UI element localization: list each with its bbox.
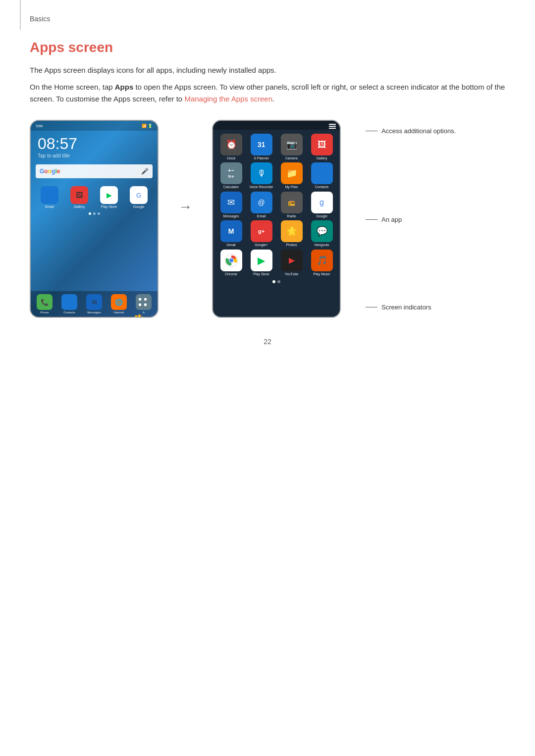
calculator-label: Calculator xyxy=(223,185,239,189)
youtube-label: YouTube xyxy=(285,272,299,276)
apps-icon-dock xyxy=(136,294,152,310)
email-label-home: Email xyxy=(45,205,54,208)
diagram-container: SIM 📶 🔋 08:57 Tap to add title Google 🎤 … xyxy=(30,120,505,318)
home-app-email[interactable]: @ Email xyxy=(36,186,63,208)
app-hangouts[interactable]: 💬 Hangouts xyxy=(308,220,336,247)
home-app-playstore[interactable]: ▶ Play Store xyxy=(95,186,123,208)
internet-icon-dock: 🌐 xyxy=(111,294,127,310)
clock-icon: ⏰ xyxy=(220,134,242,155)
annotation-text-middle: An app xyxy=(381,216,402,223)
my-files-icon: 📁 xyxy=(281,162,303,184)
app-camera[interactable]: 📷 Camera xyxy=(277,134,306,160)
camera-icon: 📷 xyxy=(281,134,303,155)
play-music-icon: 🎵 xyxy=(311,250,333,271)
phone-label-dock: Phone xyxy=(40,311,49,314)
contacts-label-dock: Contacts xyxy=(63,311,75,314)
app-play-store[interactable]: ▶ Play Store xyxy=(247,250,275,276)
voice-recorder-label: Voice Recorder xyxy=(250,185,273,189)
navigation-arrow: → xyxy=(178,199,192,215)
app-calculator[interactable]: +−×÷ Calculator xyxy=(217,162,245,189)
playstore-label-home: Play Store xyxy=(101,205,117,208)
dock-contacts[interactable]: 👤 Contacts xyxy=(57,294,81,314)
messages-icon-dock: ✉ xyxy=(86,294,102,310)
app-radio[interactable]: 📻 Radio xyxy=(277,192,306,218)
apps-dot-1 xyxy=(272,280,275,283)
google-logo: Google xyxy=(40,168,60,175)
page-number: 22 xyxy=(30,338,505,346)
messages-label: Messages xyxy=(223,214,239,218)
menu-bar-3 xyxy=(329,128,336,129)
app-play-music[interactable]: 🎵 Play Music xyxy=(308,250,336,276)
gmail-icon: M xyxy=(220,220,242,242)
camera-label: Camera xyxy=(285,156,298,160)
app-contacts[interactable]: 👤 Contacts xyxy=(308,162,336,189)
app-google[interactable]: g Google xyxy=(308,192,336,218)
phone-icon-dock: 📞 xyxy=(37,294,53,310)
app-youtube[interactable]: ▶ YouTube xyxy=(277,250,306,276)
home-status-bar: SIM 📶 🔋 xyxy=(31,121,158,131)
dot-3 xyxy=(98,212,100,215)
phone-apps-mockup: ⏰ Clock 31 S Planner 📷 Camera 🖼 Gallery xyxy=(212,120,341,318)
my-files-label: My Files xyxy=(285,185,298,189)
messages-label-dock: Messages xyxy=(87,311,101,314)
app-google-plus[interactable]: g+ Google+ xyxy=(247,220,275,247)
gallery-label-home: Gallery xyxy=(74,205,85,208)
page-border xyxy=(20,0,21,30)
app-gmail[interactable]: M Gmail xyxy=(217,220,245,247)
chrome-label: Chrome xyxy=(225,272,237,276)
app-planner[interactable]: 31 S Planner xyxy=(247,134,275,160)
app-gallery[interactable]: 🖼 Gallery xyxy=(308,134,336,160)
app-voice-recorder[interactable]: 🎙 Voice Recorder xyxy=(247,162,275,189)
gallery-icon-home: 🖼 xyxy=(70,186,88,204)
annotation-line-bottom xyxy=(366,307,377,307)
annotation-screen-indicators: Screen indicators xyxy=(366,303,456,311)
apps-menu-icon[interactable] xyxy=(329,124,336,129)
breadcrumb: Basics xyxy=(30,15,50,23)
gallery-label: Gallery xyxy=(316,156,327,160)
section-title: Apps screen xyxy=(30,40,505,55)
apps-status-bar xyxy=(213,121,340,130)
home-dot-indicator xyxy=(31,212,158,215)
voice-recorder-icon: 🎙 xyxy=(251,162,272,184)
google-label: Google xyxy=(316,214,327,218)
email-icon-home: @ xyxy=(41,186,58,204)
app-chrome[interactable]: Chrome xyxy=(217,250,245,276)
photos-icon: 🌟 xyxy=(281,220,303,242)
phone-home-mockup: SIM 📶 🔋 08:57 Tap to add title Google 🎤 … xyxy=(30,120,159,318)
mic-icon: 🎤 xyxy=(141,168,149,175)
annotation-line-top xyxy=(366,131,377,131)
planner-label: S Planner xyxy=(254,156,269,160)
play-store-label: Play Store xyxy=(253,272,269,276)
dock-messages[interactable]: ✉ Messages xyxy=(82,294,106,314)
radio-icon: 📻 xyxy=(281,192,303,213)
google-search-bar[interactable]: Google 🎤 xyxy=(36,164,153,178)
annotation-additional-options: Access additional options. xyxy=(366,127,456,136)
right-arrow-icon: → xyxy=(178,199,192,215)
app-photos[interactable]: 🌟 Photos xyxy=(277,220,306,247)
gallery-icon: 🖼 xyxy=(311,134,333,155)
app-email[interactable]: @ Email xyxy=(247,192,275,218)
app-my-files[interactable]: 📁 My Files xyxy=(277,162,306,189)
apps-dot-2 xyxy=(277,280,280,283)
hangouts-label: Hangouts xyxy=(315,243,329,247)
para2-end: . xyxy=(272,95,274,103)
annotation-text-top: Access additional options. xyxy=(381,127,456,136)
clock-label: Clock xyxy=(227,156,236,160)
dock-apps[interactable]: A xyxy=(132,294,156,314)
hangouts-icon: 💬 xyxy=(311,220,333,242)
annotation-text-bottom: Screen indicators xyxy=(381,303,431,311)
youtube-icon: ▶ xyxy=(281,250,303,271)
google-icon-home: G xyxy=(130,186,148,204)
messages-icon: ✉ xyxy=(220,192,242,213)
google-plus-label: Google+ xyxy=(255,243,268,247)
home-app-gallery[interactable]: 🖼 Gallery xyxy=(65,186,93,208)
managing-apps-link[interactable]: Managing the Apps screen xyxy=(184,95,272,103)
dock-phone[interactable]: 📞 Phone xyxy=(33,294,56,314)
dot-2 xyxy=(93,212,96,215)
app-messages[interactable]: ✉ Messages xyxy=(217,192,245,218)
app-clock[interactable]: ⏰ Clock xyxy=(217,134,245,160)
apps-screen-dots xyxy=(213,280,340,283)
para2-pre: On the Home screen, tap xyxy=(30,83,115,91)
menu-bar-2 xyxy=(329,126,336,127)
home-app-google[interactable]: G Google xyxy=(125,186,153,208)
